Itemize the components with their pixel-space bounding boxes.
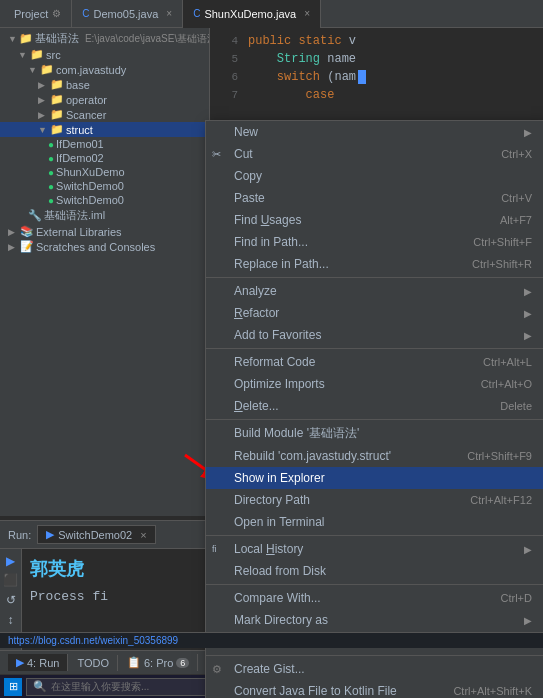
- menu-sep-3: [206, 419, 543, 420]
- tab-bar: Project ⚙ C Demo05.java × C ShunXuDemo.j…: [0, 0, 543, 28]
- tree-src[interactable]: ▼ 📁 src: [0, 47, 209, 62]
- status-tab-run[interactable]: ▶ 4: Run: [8, 654, 68, 671]
- run-tab-name: SwitchDemo02: [58, 529, 132, 541]
- code-line-6: 6 switch (nam: [218, 68, 535, 86]
- expand-arrow: ▼: [8, 34, 17, 44]
- tree-com-label: com.javastudy: [56, 64, 126, 76]
- local-history-icon: fi: [212, 544, 217, 554]
- menu-open-terminal[interactable]: Open in Terminal: [206, 511, 543, 533]
- tab-shunxu[interactable]: C ShunXuDemo.java ×: [183, 0, 321, 28]
- tree-root[interactable]: ▼ 📁 基础语法 E:\java\code\javaSE\基础语法: [0, 30, 209, 47]
- menu-reformat-shortcut: Ctrl+Alt+L: [483, 356, 532, 368]
- tree-ifdemo01[interactable]: ● IfDemo01: [0, 137, 209, 151]
- menu-replace-path[interactable]: Replace in Path... Ctrl+Shift+R: [206, 253, 543, 275]
- pro-icon: 📋: [127, 656, 141, 669]
- menu-favorites-label: Add to Favorites: [234, 328, 516, 342]
- menu-compare[interactable]: Compare With... Ctrl+D: [206, 587, 543, 609]
- switchdemo2-java-icon: ●: [48, 195, 54, 206]
- menu-replace-path-shortcut: Ctrl+Shift+R: [472, 258, 532, 270]
- menu-find-usages[interactable]: Find Usages Alt+F7: [206, 209, 543, 231]
- menu-local-history-arrow: ▶: [524, 544, 532, 555]
- menu-delete[interactable]: Delete... Delete: [206, 395, 543, 417]
- shunxudemo-java-icon: ●: [48, 167, 54, 178]
- tree-path: E:\java\code\javaSE\基础语法: [85, 32, 210, 46]
- menu-rebuild-shortcut: Ctrl+Shift+F9: [467, 450, 532, 462]
- menu-reformat-label: Reformat Code: [234, 355, 475, 369]
- menu-reload-disk[interactable]: Reload from Disk: [206, 560, 543, 582]
- menu-show-explorer[interactable]: Show in Explorer: [206, 467, 543, 489]
- menu-copy[interactable]: Copy: [206, 165, 543, 187]
- ifdemo02-java-icon: ●: [48, 153, 54, 164]
- tab-demo05-close[interactable]: ×: [166, 8, 172, 19]
- menu-refactor-arrow: ▶: [524, 308, 532, 319]
- menu-refactor[interactable]: Refactor ▶: [206, 302, 543, 324]
- run-tab-close[interactable]: ×: [140, 529, 146, 541]
- status-tab-pro[interactable]: 📋 6: Pro 6: [119, 654, 198, 671]
- run-tab[interactable]: ▶ SwitchDemo02 ×: [37, 525, 155, 544]
- menu-analyze-label: Analyze: [234, 284, 516, 298]
- menu-optimize[interactable]: Optimize Imports Ctrl+Alt+O: [206, 373, 543, 395]
- tree-base[interactable]: ▶ 📁 base: [0, 77, 209, 92]
- menu-new[interactable]: New ▶: [206, 121, 543, 143]
- menu-build[interactable]: Build Module '基础语法': [206, 422, 543, 445]
- menu-compare-label: Compare With...: [234, 591, 493, 605]
- project-gear-icon: ⚙: [52, 8, 61, 19]
- menu-analyze-arrow: ▶: [524, 286, 532, 297]
- menu-sep-1: [206, 277, 543, 278]
- tree-ifdemo02[interactable]: ● IfDemo02: [0, 151, 209, 165]
- status-tabs: ▶ 4: Run TODO 📋 6: Pro 6: [8, 654, 198, 671]
- menu-directory-path-shortcut: Ctrl+Alt+F12: [470, 494, 532, 506]
- menu-rebuild[interactable]: Rebuild 'com.javastudy.struct' Ctrl+Shif…: [206, 445, 543, 467]
- code-line-4: 4 public static v: [218, 32, 535, 50]
- tree-operator[interactable]: ▶ 📁 operator: [0, 92, 209, 107]
- menu-new-arrow: ▶: [524, 127, 532, 138]
- menu-open-terminal-label: Open in Terminal: [234, 515, 532, 529]
- menu-directory-path[interactable]: Directory Path Ctrl+Alt+F12: [206, 489, 543, 511]
- menu-analyze[interactable]: Analyze ▶: [206, 280, 543, 302]
- tree-switchdemo1-label: SwitchDemo0: [56, 180, 124, 192]
- base-arrow: ▶: [38, 80, 48, 90]
- code-line-7: 7 case: [218, 86, 535, 104]
- menu-find-path[interactable]: Find in Path... Ctrl+Shift+F: [206, 231, 543, 253]
- tab-demo05[interactable]: C Demo05.java ×: [72, 0, 183, 28]
- status-tab-run-label: 4: Run: [27, 657, 59, 669]
- line-num-5: 5: [218, 53, 238, 65]
- tree-struct[interactable]: ▼ 📁 struct: [0, 122, 209, 137]
- tree-iml[interactable]: 🔧 基础语法.iml: [0, 207, 209, 224]
- scratches-icon: 📝: [20, 240, 34, 253]
- menu-mark-dir[interactable]: Mark Directory as ▶: [206, 609, 543, 631]
- menu-reformat[interactable]: Reformat Code Ctrl+Alt+L: [206, 351, 543, 373]
- base-folder-icon: 📁: [50, 78, 64, 91]
- status-tab-todo[interactable]: TODO: [69, 655, 118, 671]
- run-stop-btn[interactable]: ⬛: [3, 573, 19, 589]
- com-arrow: ▼: [28, 65, 38, 75]
- tree-src-label: src: [46, 49, 61, 61]
- tree-iml-label: 基础语法.iml: [44, 208, 105, 223]
- run-scroll-btn[interactable]: ↕: [3, 612, 19, 628]
- tree-com-javastudy[interactable]: ▼ 📁 com.javastudy: [0, 62, 209, 77]
- ifdemo01-java-icon: ●: [48, 139, 54, 150]
- menu-paste[interactable]: Paste Ctrl+V: [206, 187, 543, 209]
- tab-project[interactable]: Project ⚙: [4, 0, 72, 28]
- tree-scratches[interactable]: ▶ 📝 Scratches and Consoles: [0, 239, 209, 254]
- tree-scancer[interactable]: ▶ 📁 Scancer: [0, 107, 209, 122]
- tree-shunxudemo[interactable]: ● ShunXuDemo: [0, 165, 209, 179]
- menu-create-gist[interactable]: ⚙ Create Gist...: [206, 658, 543, 680]
- line-num-4: 4: [218, 35, 238, 47]
- com-folder-icon: 📁: [40, 63, 54, 76]
- code-keyword-switch: switch: [277, 70, 320, 84]
- menu-convert-kotlin[interactable]: Convert Java File to Kotlin File Ctrl+Al…: [206, 680, 543, 698]
- tree-switchdemo1[interactable]: ● SwitchDemo0: [0, 179, 209, 193]
- menu-convert-kotlin-shortcut: Ctrl+Alt+Shift+K: [453, 685, 532, 697]
- line-num-6: 6: [218, 71, 238, 83]
- windows-button[interactable]: ⊞: [4, 678, 22, 696]
- menu-favorites[interactable]: Add to Favorites ▶: [206, 324, 543, 346]
- tree-switchdemo2[interactable]: ● SwitchDemo0: [0, 193, 209, 207]
- menu-cut[interactable]: ✂ Cut Ctrl+X: [206, 143, 543, 165]
- menu-local-history[interactable]: fi Local History ▶: [206, 538, 543, 560]
- menu-delete-label: Delete...: [234, 399, 492, 413]
- tree-ext-libs[interactable]: ▶ 📚 External Libraries: [0, 224, 209, 239]
- run-restart-btn[interactable]: ↺: [3, 592, 19, 608]
- run-play-btn[interactable]: ▶: [3, 553, 19, 569]
- tab-shunxu-close[interactable]: ×: [304, 8, 310, 19]
